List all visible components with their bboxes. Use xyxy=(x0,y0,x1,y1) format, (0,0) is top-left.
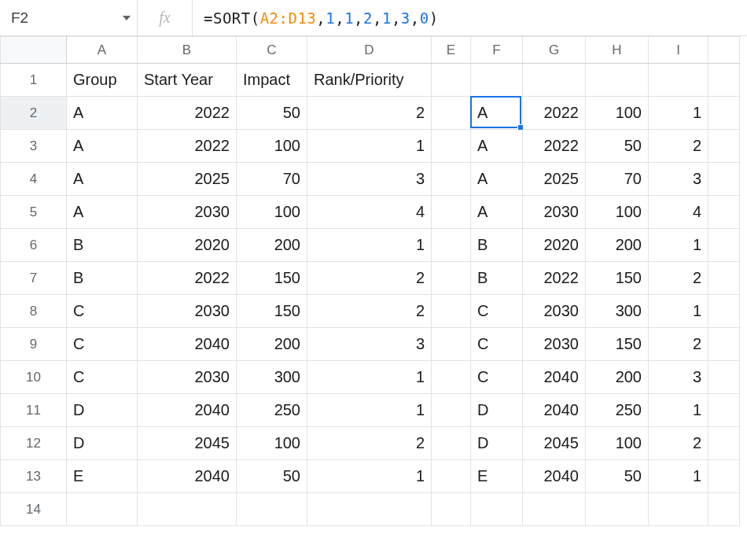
cell-G4[interactable]: 2025 xyxy=(523,163,586,196)
cell-C7[interactable]: 150 xyxy=(237,262,307,295)
cell-H7[interactable]: 150 xyxy=(586,262,649,295)
cell-I7[interactable]: 2 xyxy=(649,262,708,295)
cell-C5[interactable]: 100 xyxy=(237,196,307,229)
cell-D10[interactable]: 1 xyxy=(307,361,432,394)
cell-D11[interactable]: 1 xyxy=(307,394,432,427)
cell-A7[interactable]: B xyxy=(67,262,138,295)
cell-H13[interactable]: 50 xyxy=(586,460,649,493)
cell-E10[interactable] xyxy=(432,361,471,394)
cell-A4[interactable]: A xyxy=(67,163,138,196)
row-header-7[interactable]: 7 xyxy=(1,262,67,295)
cell-H5[interactable]: 100 xyxy=(586,196,649,229)
cell-A5[interactable]: A xyxy=(67,196,138,229)
cell-I8[interactable]: 1 xyxy=(649,295,708,328)
cell-F11[interactable]: D xyxy=(471,394,523,427)
row-header-10[interactable]: 10 xyxy=(1,361,67,394)
cell-B1[interactable]: Start Year xyxy=(138,64,237,97)
cell-pad-3[interactable] xyxy=(708,130,740,163)
cell-I9[interactable]: 2 xyxy=(649,328,708,361)
cell-C1[interactable]: Impact xyxy=(237,64,307,97)
cell-E9[interactable] xyxy=(432,328,471,361)
cell-F10[interactable]: C xyxy=(471,361,523,394)
cell-C14[interactable] xyxy=(237,493,307,526)
cell-A2[interactable]: A xyxy=(67,97,138,130)
cell-D1[interactable]: Rank/Priority xyxy=(307,64,432,97)
cell-A13[interactable]: E xyxy=(67,460,138,493)
column-header-H[interactable]: H xyxy=(586,37,649,64)
select-all-corner[interactable] xyxy=(1,37,67,64)
cell-B8[interactable]: 2030 xyxy=(138,295,237,328)
cell-D12[interactable]: 2 xyxy=(307,427,432,460)
cell-D9[interactable]: 3 xyxy=(307,328,432,361)
cell-C13[interactable]: 50 xyxy=(237,460,307,493)
cell-C10[interactable]: 300 xyxy=(237,361,307,394)
cell-B14[interactable] xyxy=(138,493,237,526)
row-header-1[interactable]: 1 xyxy=(1,64,67,97)
column-header-B[interactable]: B xyxy=(138,37,237,64)
cell-F8[interactable]: C xyxy=(471,295,523,328)
cell-A14[interactable] xyxy=(67,493,138,526)
cell-A3[interactable]: A xyxy=(67,130,138,163)
cell-pad-14[interactable] xyxy=(708,493,740,526)
row-header-8[interactable]: 8 xyxy=(1,295,67,328)
cell-I13[interactable]: 1 xyxy=(649,460,708,493)
cell-C4[interactable]: 70 xyxy=(237,163,307,196)
cell-pad-12[interactable] xyxy=(708,427,740,460)
name-box-dropdown-icon[interactable] xyxy=(123,16,131,20)
column-header-G[interactable]: G xyxy=(523,37,586,64)
cell-G11[interactable]: 2040 xyxy=(523,394,586,427)
cell-I2[interactable]: 1 xyxy=(649,97,708,130)
cell-H4[interactable]: 70 xyxy=(586,163,649,196)
cell-G2[interactable]: 2022 xyxy=(523,97,586,130)
cell-pad-7[interactable] xyxy=(708,262,740,295)
cell-D2[interactable]: 2 xyxy=(307,97,432,130)
cell-H8[interactable]: 300 xyxy=(586,295,649,328)
cell-pad-8[interactable] xyxy=(708,295,740,328)
column-header-E[interactable]: E xyxy=(432,37,471,64)
row-header-2[interactable]: 2 xyxy=(1,97,67,130)
cell-D7[interactable]: 2 xyxy=(307,262,432,295)
cell-E1[interactable] xyxy=(432,64,471,97)
cell-H2[interactable]: 100 xyxy=(586,97,649,130)
cell-A1[interactable]: Group xyxy=(67,64,138,97)
column-header-F[interactable]: F xyxy=(471,37,523,64)
cell-I14[interactable] xyxy=(649,493,708,526)
cell-E5[interactable] xyxy=(432,196,471,229)
cell-E12[interactable] xyxy=(432,427,471,460)
cell-D5[interactable]: 4 xyxy=(307,196,432,229)
cell-I1[interactable] xyxy=(649,64,708,97)
row-header-11[interactable]: 11 xyxy=(1,394,67,427)
cell-A10[interactable]: C xyxy=(67,361,138,394)
cell-A8[interactable]: C xyxy=(67,295,138,328)
cell-F1[interactable] xyxy=(471,64,523,97)
cell-G10[interactable]: 2040 xyxy=(523,361,586,394)
cell-H14[interactable] xyxy=(586,493,649,526)
column-header-I[interactable]: I xyxy=(649,37,708,64)
cell-C9[interactable]: 200 xyxy=(237,328,307,361)
row-header-9[interactable]: 9 xyxy=(1,328,67,361)
cell-C2[interactable]: 50 xyxy=(237,97,307,130)
cell-G14[interactable] xyxy=(523,493,586,526)
cell-I4[interactable]: 3 xyxy=(649,163,708,196)
column-header-D[interactable]: D xyxy=(307,37,432,64)
cell-G6[interactable]: 2020 xyxy=(523,229,586,262)
cell-E7[interactable] xyxy=(432,262,471,295)
row-header-4[interactable]: 4 xyxy=(1,163,67,196)
cell-C6[interactable]: 200 xyxy=(237,229,307,262)
cell-D4[interactable]: 3 xyxy=(307,163,432,196)
cell-E2[interactable] xyxy=(432,97,471,130)
cell-F5[interactable]: A xyxy=(471,196,523,229)
cell-D6[interactable]: 1 xyxy=(307,229,432,262)
cell-H1[interactable] xyxy=(586,64,649,97)
cell-pad-2[interactable] xyxy=(708,97,740,130)
cell-C12[interactable]: 100 xyxy=(237,427,307,460)
formula-bar[interactable]: =SORT(A2:D13,1,1,2,1,3,0) xyxy=(193,0,747,35)
cell-D3[interactable]: 1 xyxy=(307,130,432,163)
row-header-13[interactable]: 13 xyxy=(1,460,67,493)
cell-H6[interactable]: 200 xyxy=(586,229,649,262)
name-box[interactable]: F2 xyxy=(0,0,138,35)
cell-pad-6[interactable] xyxy=(708,229,740,262)
cell-pad-5[interactable] xyxy=(708,196,740,229)
cell-G7[interactable]: 2022 xyxy=(523,262,586,295)
cell-pad-9[interactable] xyxy=(708,328,740,361)
